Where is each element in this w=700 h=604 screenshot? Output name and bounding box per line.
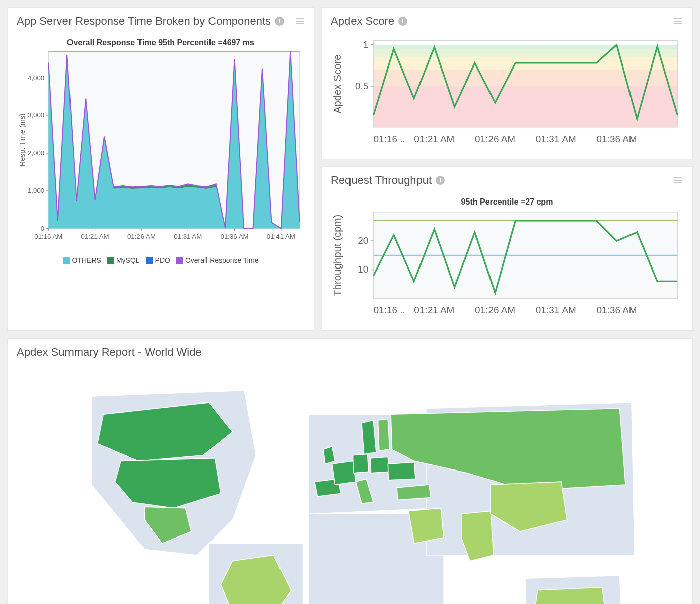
hamburger-icon[interactable] (673, 17, 683, 25)
country-germany (353, 454, 369, 473)
svg-text:01:31 AM: 01:31 AM (536, 305, 576, 315)
apdex-chart[interactable]: 0.51Apdex Score01:16 ..01:21 AM01:26 AM0… (331, 36, 683, 154)
svg-text:4,000: 4,000 (28, 74, 44, 82)
svg-text:01:36 AM: 01:36 AM (597, 133, 637, 144)
svg-text:0.5: 0.5 (355, 81, 368, 91)
svg-text:01:21 AM: 01:21 AM (414, 133, 454, 144)
svg-text:Throughput (cpm): Throughput (cpm) (332, 215, 343, 296)
svg-text:01:36 AM: 01:36 AM (221, 233, 249, 240)
country-sweden (362, 420, 376, 454)
svg-text:Resp. Time (ms): Resp. Time (ms) (18, 113, 26, 166)
svg-text:01:26 AM: 01:26 AM (475, 133, 515, 144)
annotation-label: 95th Percentile =27 cpm (331, 195, 683, 208)
info-icon[interactable]: i (275, 17, 284, 26)
panel-header: App Server Response Time Broken by Compo… (17, 15, 305, 32)
country-turkey (397, 485, 431, 500)
svg-text:2,000: 2,000 (28, 149, 44, 157)
svg-text:01:26 AM: 01:26 AM (475, 305, 515, 315)
info-icon[interactable]: i (436, 176, 445, 185)
panel-title: Apdex Summary Report - World Wide (17, 346, 202, 359)
country-poland (371, 457, 389, 473)
panel-header: Apdex Score i (331, 15, 683, 32)
svg-text:20: 20 (358, 235, 368, 246)
world-map[interactable] (56, 367, 643, 604)
svg-text:01:16 ..: 01:16 .. (374, 305, 405, 315)
svg-rect-25 (374, 45, 678, 50)
panel-response-time: App Server Response Time Broken by Compo… (7, 7, 314, 331)
response-time-chart[interactable]: 01,0002,0003,0004,000Resp. Time (ms)01:1… (17, 48, 305, 254)
panel-header: Apdex Summary Report - World Wide (17, 346, 683, 363)
annotation-label: Overall Response Time 95th Percentile =4… (17, 36, 305, 48)
panel-throughput: Request Throughput i 95th Percentile =27… (321, 166, 693, 330)
country-australia (535, 587, 608, 604)
svg-text:Apdex Score: Apdex Score (332, 54, 343, 113)
country-ukraine (388, 462, 416, 480)
panel-apdex: Apdex Score i 0.51Apdex Score01:16 ..01:… (321, 7, 693, 159)
svg-text:3,000: 3,000 (28, 111, 44, 119)
svg-rect-26 (374, 50, 678, 57)
country-saudi-arabia (409, 508, 444, 543)
svg-text:1: 1 (363, 39, 369, 50)
svg-text:01:31 AM: 01:31 AM (174, 233, 202, 240)
svg-text:0: 0 (41, 225, 44, 232)
svg-text:01:21 AM: 01:21 AM (81, 233, 109, 240)
panel-title: App Server Response Time Broken by Compo… (17, 15, 271, 28)
svg-text:01:36 AM: 01:36 AM (597, 305, 637, 315)
country-france (332, 461, 356, 485)
throughput-chart[interactable]: 1020Throughput (cpm)01:16 ..01:21 AM01:2… (331, 208, 683, 325)
hamburger-icon[interactable] (673, 176, 683, 184)
panel-title: Apdex Score (331, 15, 394, 28)
svg-text:10: 10 (358, 264, 368, 275)
svg-rect-29 (374, 86, 678, 127)
svg-text:01:31 AM: 01:31 AM (536, 133, 576, 144)
chart-legend: OTHERSMySQLPDOOverall Response Time (17, 254, 305, 264)
svg-text:01:26 AM: 01:26 AM (127, 233, 156, 240)
svg-text:01:16 ..: 01:16 .. (374, 133, 405, 144)
svg-text:01:16 AM: 01:16 AM (34, 233, 62, 240)
panel-world-map: Apdex Summary Report - World Wide 00.500… (7, 338, 693, 604)
svg-text:01:41 AM: 01:41 AM (267, 233, 295, 240)
hamburger-icon[interactable] (295, 17, 305, 25)
info-icon[interactable]: i (398, 17, 407, 26)
panel-title: Request Throughput (331, 174, 432, 187)
country-finland (378, 419, 390, 450)
panel-header: Request Throughput i (331, 174, 683, 191)
svg-text:01:21 AM: 01:21 AM (414, 305, 454, 315)
svg-text:1,000: 1,000 (28, 187, 44, 194)
